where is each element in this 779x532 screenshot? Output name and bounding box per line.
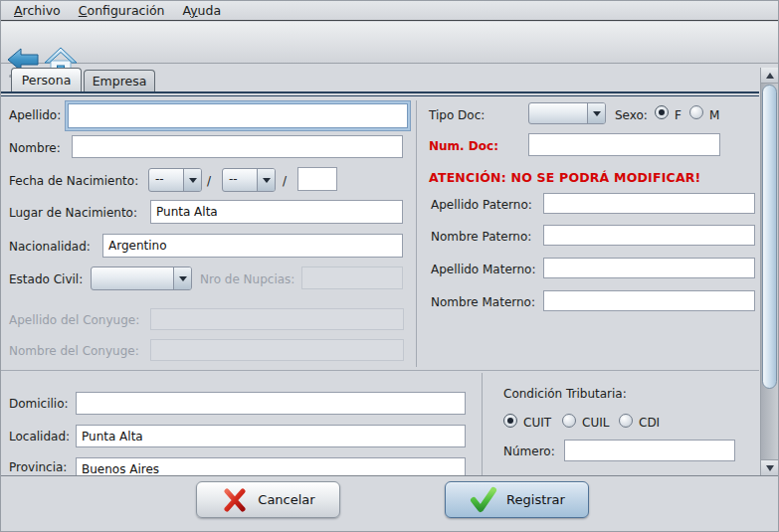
num-doc-label: Num. Doc:: [429, 139, 498, 153]
combo-arrow-zone: [257, 169, 275, 191]
toolbar: [1, 22, 778, 64]
cuil-radio[interactable]: [562, 414, 576, 428]
warning-text: ATENCIÓN: NO SE PODRÁ MODIFICAR!: [429, 170, 701, 185]
apellido-input[interactable]: [68, 103, 408, 128]
lugar-nacimiento-input[interactable]: [150, 200, 403, 224]
condicion-tributaria-label: Condición Tributaria:: [503, 387, 627, 401]
estado-civil-label: Estado Civil:: [9, 272, 83, 286]
menu-bar: Archivo Configuración Ayuda: [1, 1, 778, 21]
register-button[interactable]: Registrar: [445, 481, 589, 518]
tipo-doc-label: Tipo Doc:: [429, 108, 485, 122]
cancel-x-icon: [221, 486, 249, 514]
localidad-input[interactable]: [76, 425, 466, 447]
nupcias-label: Nro de Nupcias:: [200, 272, 294, 286]
fecha-nacimiento-label: Fecha de Nacimiento:: [9, 174, 138, 188]
apellido-paterno-input[interactable]: [543, 193, 755, 214]
provincia-input[interactable]: [76, 457, 466, 475]
fecha-mes-combobox[interactable]: --: [222, 168, 276, 192]
cuit-label: CUIT: [523, 416, 551, 430]
scrollbar-thumb[interactable]: [762, 85, 777, 389]
localidad-label: Localidad:: [9, 430, 70, 443]
nacionalidad-input[interactable]: [102, 234, 403, 258]
nupcias-input: [301, 266, 403, 289]
domicilio-label: Domicilio:: [9, 397, 69, 411]
nombre-label: Nombre:: [9, 141, 61, 155]
cuil-label: CUIL: [582, 416, 609, 430]
lugar-nacimiento-label: Lugar de Nacimiento:: [9, 206, 137, 220]
fecha-dia-combobox[interactable]: --: [148, 168, 202, 192]
numero-label: Número:: [503, 444, 555, 458]
fecha-anio-input[interactable]: [297, 167, 337, 191]
form-scroll-viewport: Apellido: Nombre: Fecha de Nacimiento: -…: [1, 97, 759, 475]
chevron-down-icon: [263, 178, 271, 183]
combo-arrow-zone: [173, 267, 191, 289]
register-button-label: Registrar: [506, 492, 565, 507]
sexo-m-label: M: [709, 108, 719, 122]
menu-ayuda[interactable]: Ayuda: [174, 2, 231, 20]
nombre-paterno-input[interactable]: [543, 225, 755, 246]
apellido-materno-label: Apellido Materno:: [431, 263, 536, 276]
apellido-conyuge-input: [150, 308, 404, 330]
chevron-down-icon: [179, 276, 187, 281]
tab-content-border-2: [1, 95, 759, 96]
apellido-label: Apellido:: [9, 108, 61, 122]
combo-arrow-zone: [587, 103, 605, 123]
content-bottom-border: [1, 475, 779, 476]
sexo-label: Sexo:: [615, 108, 648, 122]
fecha-separator-2: /: [283, 174, 287, 188]
nombre-paterno-label: Nombre Paterno:: [431, 230, 531, 244]
scroll-down-button[interactable]: [761, 459, 778, 475]
nacionalidad-label: Nacionalidad:: [9, 240, 91, 254]
cancel-button-label: Cancelar: [258, 492, 314, 507]
apellido-paterno-label: Apellido Paterno:: [431, 198, 532, 212]
sexo-f-radio[interactable]: [655, 105, 669, 119]
register-check-icon: [469, 486, 497, 513]
application-window: Archivo Configuración Ayuda: [0, 0, 779, 532]
provincia-label: Provincia:: [9, 460, 67, 474]
sexo-m-radio[interactable]: [689, 105, 703, 119]
form-horizontal-divider: [1, 370, 759, 371]
vertical-scrollbar[interactable]: [760, 68, 778, 475]
num-doc-input[interactable]: [528, 133, 720, 156]
combo-arrow-zone: [183, 169, 201, 191]
form-vertical-divider: [416, 100, 417, 367]
fecha-separator-1: /: [207, 174, 211, 188]
tax-vertical-divider: [482, 373, 483, 475]
nombre-conyuge-input: [150, 339, 404, 361]
scroll-up-button[interactable]: [761, 68, 778, 84]
apellido-materno-input[interactable]: [543, 258, 755, 278]
numero-input[interactable]: [564, 440, 735, 461]
domicilio-input[interactable]: [76, 392, 466, 415]
nombre-input[interactable]: [72, 135, 403, 158]
nombre-conyuge-label: Nombre del Conyuge:: [9, 344, 139, 358]
sexo-f-label: F: [675, 108, 682, 122]
cdi-radio[interactable]: [619, 414, 633, 428]
cancel-button[interactable]: Cancelar: [196, 481, 340, 518]
tab-empresa[interactable]: Empresa: [84, 70, 155, 91]
chevron-down-icon: [593, 111, 601, 116]
nombre-materno-label: Nombre Materno:: [431, 295, 535, 309]
cuit-radio[interactable]: [503, 414, 517, 428]
scroll-down-icon: [766, 465, 774, 471]
tipo-doc-combobox[interactable]: [528, 102, 606, 124]
apellido-conyuge-label: Apellido del Conyuge:: [9, 313, 139, 327]
nombre-materno-input[interactable]: [543, 290, 755, 311]
estado-civil-combobox[interactable]: [91, 266, 192, 290]
tab-persona[interactable]: Persona: [11, 68, 82, 91]
menu-archivo[interactable]: Archivo: [5, 2, 70, 20]
tab-content-border: [1, 91, 759, 93]
chevron-down-icon: [189, 178, 197, 183]
cdi-label: CDI: [639, 416, 660, 430]
scroll-up-icon: [766, 73, 774, 79]
menu-configuracion[interactable]: Configuración: [70, 2, 174, 20]
